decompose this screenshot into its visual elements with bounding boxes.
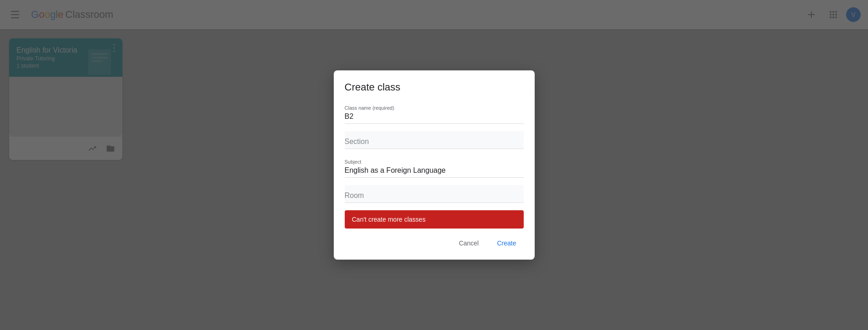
dialog-title: Create class xyxy=(345,81,524,93)
section-field: Section xyxy=(345,131,524,149)
subject-field: Subject xyxy=(345,156,524,178)
create-button[interactable]: Create xyxy=(489,236,523,250)
create-class-dialog: Create class Class name (required) Secti… xyxy=(334,70,535,260)
dialog-actions: Cancel Create xyxy=(345,236,524,250)
room-input[interactable] xyxy=(345,185,524,203)
subject-input[interactable] xyxy=(345,156,524,178)
section-input[interactable] xyxy=(345,131,524,149)
error-banner: Can't create more classes xyxy=(345,210,524,229)
cancel-button[interactable]: Cancel xyxy=(452,236,486,250)
class-name-input[interactable] xyxy=(345,102,524,124)
room-field: Room xyxy=(345,185,524,203)
dialog-overlay: Create class Class name (required) Secti… xyxy=(0,0,868,330)
class-name-field: Class name (required) xyxy=(345,102,524,124)
